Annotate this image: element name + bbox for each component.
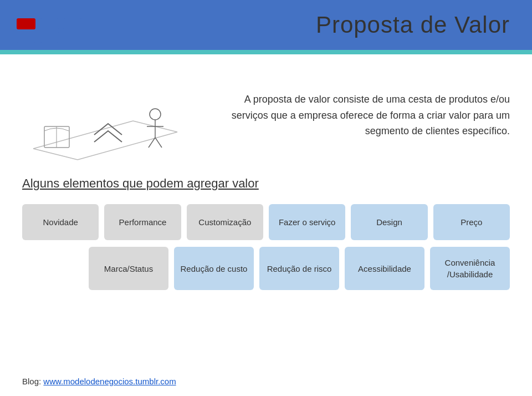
footer-label: Blog: [22, 377, 43, 386]
elements-row1: Novidade Performance Customização Fazer … [22, 204, 510, 240]
card-acessibilidade: Acessibilidade [345, 247, 424, 290]
card-marca-status: Marca/Status [89, 247, 168, 290]
svg-rect-4 [40, 18, 59, 29]
card-design: Design [351, 204, 427, 240]
svg-rect-5 [63, 18, 82, 29]
svg-rect-1 [40, 5, 59, 16]
footer: Blog: www.modelodenegocios.tumblr.com [22, 377, 176, 386]
card-reducao-custo: Redução de custo [174, 247, 254, 290]
header: Proposta de Valor [0, 0, 532, 50]
description-text: A proposta de valor consiste de uma cest… [216, 92, 510, 139]
main-content: A proposta de valor consiste de uma cest… [0, 54, 532, 301]
svg-line-8 [33, 121, 133, 149]
accent-line [0, 50, 532, 54]
card-customizacao: Customização [187, 204, 263, 240]
elements-row2: Marca/Status Redução de custo Redução de… [89, 247, 510, 290]
svg-rect-7 [40, 32, 59, 43]
card-reducao-risco: Redução de risco [259, 247, 339, 290]
logo [17, 5, 83, 45]
svg-point-14 [150, 109, 161, 120]
card-conveniencia: Conveniência /Usabilidade [430, 247, 510, 290]
svg-line-9 [33, 149, 78, 160]
svg-rect-2 [63, 5, 82, 16]
svg-rect-3 [17, 18, 35, 29]
top-section: A proposta de valor consiste de uma cest… [22, 71, 510, 160]
svg-line-18 [155, 138, 162, 148]
footer-link[interactable]: www.modelodenegocios.tumblr.com [43, 377, 176, 386]
page-title: Proposta de Valor [316, 12, 510, 38]
card-novidade: Novidade [22, 204, 99, 240]
card-preco: Preço [433, 204, 510, 240]
card-fazer-servico: Fazer o serviço [269, 204, 345, 240]
svg-rect-6 [17, 32, 35, 43]
svg-rect-0 [17, 5, 35, 16]
card-performance: Performance [104, 204, 181, 240]
svg-line-10 [78, 132, 177, 160]
elements-title: Alguns elementos que podem agregar valor [22, 176, 510, 191]
illustration [22, 71, 200, 160]
